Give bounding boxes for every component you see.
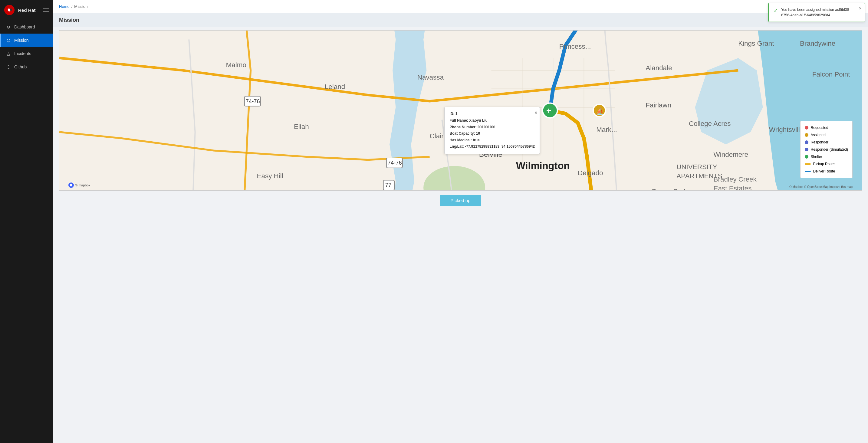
map-wrapper: Malmo Leland Navassa Eliah Clairmont Bel… — [53, 27, 868, 211]
svg-text:College Acres: College Acres — [689, 120, 731, 127]
svg-text:UNIVERSITY: UNIVERSITY — [676, 163, 717, 171]
sidebar-item-incidents[interactable]: △ Incidents — [0, 47, 53, 60]
legend-requested: Requested — [805, 124, 848, 131]
popup-phone: Phone Number: 001001001 — [450, 124, 535, 131]
dashboard-icon: ⊙ — [6, 24, 11, 30]
svg-text:Easy Hill: Easy Hill — [257, 172, 283, 180]
sidebar-nav: ⊙ Dashboard ◎ Mission △ Incidents ⬡ Gith… — [0, 20, 53, 73]
brand-name: Red Hat — [18, 7, 36, 13]
svg-text:Leland: Leland — [325, 83, 345, 91]
sidebar-label-mission: Mission — [14, 38, 28, 43]
breadcrumb-home[interactable]: Home — [59, 4, 70, 9]
toast-message: You have been assigned mission acf5bf38-… — [781, 7, 854, 18]
svg-text:77: 77 — [385, 182, 391, 188]
svg-point-72 — [70, 184, 72, 186]
incidents-icon: △ — [6, 51, 11, 56]
svg-text:+: + — [546, 105, 551, 115]
svg-text:Wilmington: Wilmington — [516, 160, 569, 171]
map-container[interactable]: Malmo Leland Navassa Eliah Clairmont Bel… — [59, 30, 862, 191]
sidebar-item-mission[interactable]: ◎ Mission — [0, 34, 53, 47]
breadcrumb-current: Mission — [74, 4, 88, 9]
popup-boat: Boat Capacity: 10 — [450, 130, 535, 137]
toast-notification: ✓ You have been assigned mission acf5bf3… — [768, 3, 865, 22]
breadcrumb-separator: / — [71, 4, 73, 9]
map-attribution: © Mapbox © OpenStreetMap Improve this ma… — [789, 185, 852, 189]
toast-check-icon: ✓ — [774, 7, 778, 14]
legend-pickup-route: Pickup Route — [805, 160, 848, 168]
svg-text:Falcon Point: Falcon Point — [812, 70, 850, 78]
svg-text:Bradley Creek: Bradley Creek — [714, 176, 757, 183]
svg-text:Mark...: Mark... — [596, 126, 617, 133]
topbar: Home / Mission — [53, 0, 868, 13]
mapbox-icon — [68, 183, 74, 188]
svg-text:⛵: ⛵ — [596, 108, 604, 115]
legend-deliver-route: Deliver Route — [805, 168, 848, 175]
sidebar-label-incidents: Incidents — [14, 51, 31, 56]
svg-text:Kings Grant: Kings Grant — [738, 40, 774, 47]
legend-responder: Responder — [805, 138, 848, 146]
legend-shelter-icon — [805, 155, 808, 159]
svg-text:Malmo: Malmo — [226, 61, 246, 69]
legend-requested-icon — [805, 126, 808, 129]
svg-text:Brandywine: Brandywine — [800, 40, 835, 47]
toast-close-button[interactable]: × — [859, 6, 862, 11]
popup-fullname: Full Name: Xiaoyu Liu — [450, 118, 535, 124]
svg-text:Eliah: Eliah — [294, 123, 309, 130]
popup-lnglat: Lng/Lat: -77.91178298831183, 34.15070445… — [450, 144, 535, 150]
legend-responder-sim-icon — [805, 148, 808, 151]
page-content: Mission — [53, 13, 868, 443]
svg-text:Princess...: Princess... — [559, 43, 591, 50]
map-popup: × ID: 1 Full Name: Xiaoyu Liu Phone Numb… — [444, 107, 540, 154]
legend-responder-simulated: Responder (Simulated) — [805, 146, 848, 153]
svg-text:Wrightsville: Wrightsville — [769, 126, 804, 133]
sidebar: Red Hat ⊙ Dashboard ◎ Mission △ Incident… — [0, 0, 53, 443]
mission-icon: ◎ — [6, 37, 11, 43]
sidebar-label-dashboard: Dashboard — [14, 25, 35, 29]
legend-pickup-line — [805, 163, 811, 165]
page-header: Mission — [53, 13, 868, 27]
popup-medical: Has Medical: true — [450, 137, 535, 144]
svg-text:Devon Park: Devon Park — [652, 188, 688, 190]
sidebar-item-dashboard[interactable]: ⊙ Dashboard — [0, 20, 53, 34]
svg-text:74-76: 74-76 — [246, 98, 260, 104]
sidebar-header: Red Hat — [0, 0, 53, 20]
svg-text:Windemere: Windemere — [714, 151, 748, 158]
svg-text:East Estates: East Estates — [714, 185, 752, 190]
sidebar-label-github: Github — [14, 64, 27, 69]
svg-text:74-76: 74-76 — [388, 159, 402, 166]
legend-responder-icon — [805, 140, 808, 144]
legend-deliver-line — [805, 171, 811, 172]
main-content: Home / Mission Mission — [53, 0, 868, 443]
popup-id: ID: 1 — [450, 111, 535, 118]
svg-text:Alandale: Alandale — [646, 64, 672, 72]
svg-text:Delgado: Delgado — [578, 169, 603, 177]
hamburger-menu[interactable] — [43, 8, 49, 12]
map-legend: Requested Assigned Responder Responder (… — [800, 121, 852, 178]
legend-assigned: Assigned — [805, 131, 848, 138]
legend-assigned-icon — [805, 133, 808, 137]
svg-text:Fairlawn: Fairlawn — [646, 101, 671, 109]
popup-close-button[interactable]: × — [535, 109, 537, 117]
redhat-logo — [4, 4, 15, 16]
mapbox-logo: © mapbox — [68, 183, 90, 188]
legend-shelter: Shelter — [805, 153, 848, 160]
sidebar-item-github[interactable]: ⬡ Github — [0, 60, 53, 73]
picked-up-button[interactable]: Picked up — [440, 195, 482, 206]
svg-text:Navassa: Navassa — [417, 73, 444, 81]
picked-up-container: Picked up — [59, 191, 862, 208]
page-title: Mission — [59, 17, 79, 23]
github-icon: ⬡ — [6, 64, 11, 70]
